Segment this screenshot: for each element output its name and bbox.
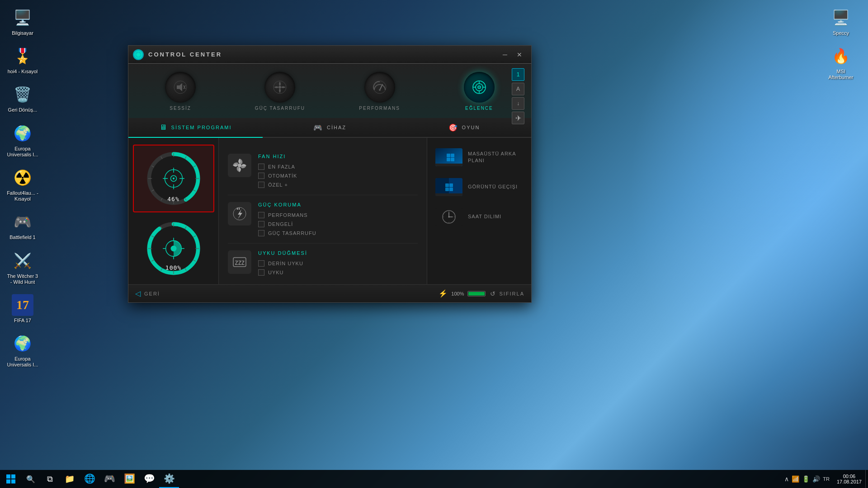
steam-button[interactable]: 🎮 — [99, 470, 119, 488]
reset-icon: ↺ — [490, 290, 496, 297]
back-button[interactable]: ◁ GERİ — [135, 289, 160, 298]
desktop-icon-europa2[interactable]: 🌍 Europa Universalis I... — [5, 330, 41, 370]
desktop-icon-europa1[interactable]: 🌍 Europa Universalis I... — [5, 120, 41, 160]
battery-icon: ⚡ — [439, 289, 448, 298]
guc-performans-option[interactable]: PERFORMANS — [258, 212, 418, 218]
chrome-icon: 🌐 — [84, 473, 95, 484]
msi-cc-button[interactable]: ⚙️ — [159, 470, 179, 488]
whatsapp-button[interactable]: 💬 — [139, 470, 159, 488]
taskbar-search[interactable]: 🔍 — [22, 470, 40, 488]
desktop-icons-left: 🖥️ Bilgisayar 🎖️ hoi4 - Kısayol 🗑️ Geri … — [0, 0, 45, 375]
task-view-button[interactable]: ⧉ — [40, 470, 60, 488]
fan-ozel-checkbox[interactable] — [258, 182, 264, 188]
performans-icon — [364, 72, 395, 103]
svg-point-12 — [379, 89, 381, 91]
fan-speed-value: 46% — [167, 196, 179, 202]
svg-point-47 — [170, 246, 176, 252]
fan-speed-gauge[interactable]: 46% — [133, 145, 214, 212]
svg-point-26 — [172, 178, 174, 179]
desktop-icon-geri-donusum[interactable]: 🗑️ Geri Dönüş... — [5, 81, 41, 115]
img-viewer-button[interactable]: 🖼️ — [119, 470, 139, 488]
tray-language[interactable]: TR — [823, 476, 830, 482]
guc-dengeli-checkbox[interactable] — [258, 221, 264, 227]
guc-tasarrufu-option[interactable]: GÜÇ TASARRUFU — [258, 230, 418, 236]
taskbar: 🔍 ⧉ 📁 🌐 🎮 🖼️ 💬 ⚙️ ∧ 📶 🔋 🔊 TR 00:06 17.08… — [0, 470, 868, 488]
middle-panel: FAN HIZI EN FAZLA OTOMATİK ÖZEL + — [219, 138, 427, 284]
desktop-icon-fifa17[interactable]: 17 FIFA 17 — [5, 292, 41, 326]
fan-otomatik-option[interactable]: OTOMATİK — [258, 173, 418, 179]
saat-dilimi-item[interactable]: Saat Dilimi — [432, 204, 527, 230]
fan-otomatik-checkbox[interactable] — [258, 173, 264, 179]
mode-eglence[interactable]: EĞLENCE — [436, 67, 522, 115]
desktop-icon-battlefield1[interactable]: 🎮 Battlefield 1 — [5, 209, 41, 243]
chrome-button[interactable]: 🌐 — [80, 470, 99, 488]
guc-performans-checkbox[interactable] — [258, 212, 264, 218]
tray-chevron[interactable]: ∧ — [784, 475, 789, 483]
tray-battery[interactable]: 🔋 — [802, 475, 810, 483]
derin-uyku-option[interactable]: DERİN UYKU — [258, 260, 418, 267]
tab-sistem-programi[interactable]: 🖥 SİSTEM PROGRAMI — [128, 118, 263, 138]
tab-cihaz[interactable]: 🎮 CİHAZ — [263, 118, 397, 138]
show-desktop-button[interactable] — [865, 470, 868, 488]
fan-hizi-row: FAN HIZI EN FAZLA OTOMATİK ÖZEL + — [228, 147, 418, 195]
desktop-icon-fallout4[interactable]: ☢️ Fallout4lau... - Kısayol — [5, 164, 41, 204]
desktop-icon-msi-afterburner[interactable]: 🔥 MSI Afterburner — [823, 43, 859, 83]
svg-line-11 — [380, 84, 382, 90]
uyku-dugmesi-icon: ZZZ — [228, 250, 251, 274]
desktop-icon-hoi4[interactable]: 🎖️ hoi4 - Kısayol — [5, 43, 41, 77]
sidebar-btn-download[interactable]: ↓ — [512, 97, 524, 110]
fan-ozel-option[interactable]: ÖZEL + — [258, 182, 418, 188]
uyku-checkbox[interactable] — [258, 269, 264, 276]
svg-rect-74 — [451, 154, 454, 157]
mode-guc-tasarrufu[interactable]: GÜÇ TASARRUFU — [237, 67, 323, 115]
tab-nav: 🖥 SİSTEM PROGRAMI 🎮 CİHAZ 🎯 OYUN — [128, 118, 531, 138]
svg-rect-97 — [11, 479, 15, 483]
svg-rect-83 — [445, 188, 449, 191]
svg-rect-75 — [447, 158, 450, 161]
masaustu-arka-plani-item[interactable]: Masaüstü Arka Planı — [432, 145, 527, 170]
guc-koruma-row: GÜÇ KORUMA PERFORMANS DENGELİ GÜÇ TAS — [228, 195, 418, 244]
taskbar-clock[interactable]: 00:06 17.08.2017 — [833, 474, 865, 484]
fan-en-fazla-option[interactable]: EN FAZLA — [258, 164, 418, 170]
file-explorer-button[interactable]: 📁 — [60, 470, 80, 488]
desktop-icon-bilgisayar[interactable]: 🖥️ Bilgisayar — [5, 5, 41, 38]
uyku-option[interactable]: UYKU — [258, 269, 418, 276]
svg-rect-84 — [449, 188, 453, 191]
guc-dengeli-option[interactable]: DENGELİ — [258, 221, 418, 227]
derin-uyku-checkbox[interactable] — [258, 260, 264, 267]
guc-tasarrufu-checkbox[interactable] — [258, 230, 264, 236]
file-explorer-icon: 📁 — [65, 474, 75, 484]
reset-button[interactable]: ↺ SIFIRLA — [490, 290, 524, 297]
close-button[interactable]: ✕ — [512, 48, 527, 61]
left-panel: 46% — [128, 138, 219, 284]
eglence-icon — [464, 72, 495, 103]
svg-point-16 — [479, 87, 480, 88]
uyku-dugmesi-content: UYKU DÜĞMESİ DERİN UYKU UYKU — [258, 250, 418, 276]
window-title: CONTROL CENTER — [148, 51, 498, 58]
battery-bar — [467, 291, 486, 296]
mode-performans[interactable]: PERFORMANS — [337, 67, 423, 115]
svg-rect-82 — [449, 183, 453, 187]
guc-koruma-content: GÜÇ KORUMA PERFORMANS DENGELİ GÜÇ TAS — [258, 202, 418, 236]
sidebar-btn-airplane[interactable]: ✈ — [512, 112, 524, 124]
desktop-icon-speccy[interactable]: 🖥️ Speccy — [823, 5, 859, 38]
start-button[interactable] — [0, 470, 22, 488]
fan-en-fazla-checkbox[interactable] — [258, 164, 264, 170]
guc-tasarrufu-icon — [264, 72, 295, 103]
system-tray: ∧ 📶 🔋 🔊 TR — [781, 475, 833, 483]
brightness-gauge[interactable]: 100% — [137, 219, 210, 278]
right-panel: Masaüstü Arka Planı Görünt — [427, 138, 531, 284]
minimize-button[interactable]: ─ — [498, 48, 512, 61]
tray-volume[interactable]: 🔊 — [812, 475, 820, 483]
battery-indicator: ⚡ 100% — [439, 289, 486, 298]
sidebar-btn-a[interactable]: A — [512, 83, 524, 95]
tab-oyun[interactable]: 🎯 OYUN — [397, 118, 531, 138]
sidebar-btn-1[interactable]: 1 — [512, 68, 524, 81]
mode-sessiz[interactable]: SESSİZ — [137, 67, 223, 115]
desktop-icon-witcher3[interactable]: ⚔️ The Witcher 3 - Wild Hunt — [5, 248, 41, 287]
svg-rect-80 — [435, 193, 462, 196]
goruntu-gecisi-item[interactable]: Görüntü Geçişi — [432, 174, 527, 200]
uyku-dugmesi-options: DERİN UYKU UYKU — [258, 260, 418, 276]
msi-control-center-window: CONTROL CENTER ─ ✕ SESSİZ — [128, 45, 532, 303]
tray-network[interactable]: 📶 — [792, 475, 799, 483]
